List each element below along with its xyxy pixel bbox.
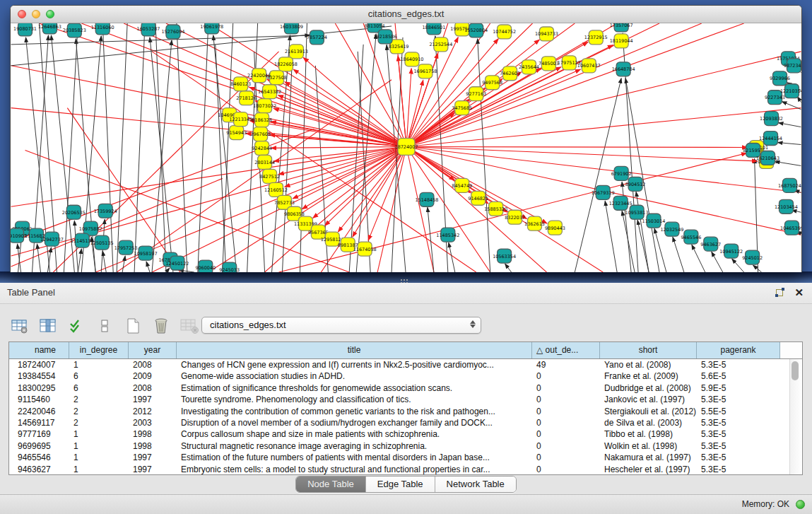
- table-row[interactable]: 946554611997Estimation of the future num…: [9, 452, 802, 463]
- table-cell[interactable]: 5.9E-5: [697, 382, 780, 394]
- table-cell[interactable]: 6: [69, 370, 129, 382]
- table-cell[interactable]: 2012: [129, 406, 177, 417]
- table-scrollbar[interactable]: [789, 359, 801, 475]
- table-cell[interactable]: Nakamura et al. (1997): [600, 452, 697, 463]
- table-row[interactable]: 946362711997Embryonic stem cells: a mode…: [9, 464, 802, 475]
- table-cell[interactable]: 5.3E-5: [697, 394, 780, 405]
- table-cell[interactable]: Hescheler et al. (1997): [600, 464, 697, 475]
- column-header-year[interactable]: year: [129, 342, 177, 358]
- table-cell[interactable]: 0: [532, 452, 600, 463]
- table-cell[interactable]: 9465546: [9, 452, 69, 463]
- table-row[interactable]: 977716911998Corpus callosum shape and si…: [9, 428, 802, 440]
- table-cell[interactable]: 19384554: [9, 370, 69, 382]
- column-header-in-degree[interactable]: in_degree: [69, 342, 129, 358]
- table-cell[interactable]: 5.5E-5: [697, 406, 780, 417]
- table-cell[interactable]: 2: [69, 406, 129, 417]
- table-cell[interactable]: 9699695: [9, 440, 69, 452]
- table-cell[interactable]: 5.3E-5: [697, 428, 780, 440]
- select-columns-icon[interactable]: [38, 316, 58, 336]
- rows-icon[interactable]: [95, 316, 114, 336]
- table-cell[interactable]: 5.3E-5: [697, 464, 780, 475]
- table-options-icon[interactable]: [10, 316, 30, 336]
- table-cell[interactable]: 0: [532, 428, 600, 440]
- table-cell[interactable]: 9463627: [9, 464, 69, 475]
- table-cell[interactable]: Disruption of a novel member of a sodium…: [177, 417, 532, 428]
- table-cell[interactable]: 18724007: [9, 359, 69, 370]
- table-cell[interactable]: 1997: [129, 394, 177, 405]
- table-cell[interactable]: 5.3E-5: [697, 452, 780, 463]
- table-cell[interactable]: 9115460: [9, 394, 69, 405]
- table-cell[interactable]: Jankovic et al. (1997): [600, 394, 697, 405]
- table-cell[interactable]: 0: [532, 370, 600, 382]
- table-row[interactable]: 1830029562008Estimation of significance …: [9, 382, 802, 394]
- table-cell[interactable]: 5.3E-5: [697, 440, 780, 452]
- table-cell[interactable]: 2: [69, 417, 129, 428]
- table-cell[interactable]: Structural magnetic resonance image aver…: [177, 440, 532, 452]
- table-cell[interactable]: 0: [532, 394, 600, 405]
- table-cell[interactable]: 0: [532, 440, 600, 452]
- table-cell[interactable]: 2: [69, 394, 129, 405]
- column-header-title[interactable]: title: [177, 342, 532, 358]
- tab-edge-table[interactable]: Edge Table: [366, 477, 435, 492]
- float-panel-icon[interactable]: [775, 287, 786, 298]
- table-cell[interactable]: Changes of HCN gene expression and I(f) …: [177, 359, 532, 370]
- table-cell[interactable]: Stergiakouli et al. (2012): [600, 406, 697, 417]
- table-cell[interactable]: 1997: [129, 452, 177, 463]
- table-cell[interactable]: 22420046: [9, 406, 69, 417]
- table-cell[interactable]: 2003: [129, 417, 177, 428]
- table-cell[interactable]: Estimation of significance thresholds fo…: [177, 382, 532, 394]
- table-scrollbar-thumb[interactable]: [792, 361, 799, 380]
- table-cell[interactable]: 1998: [129, 428, 177, 440]
- table-cell[interactable]: 2008: [129, 359, 177, 370]
- tab-network-table[interactable]: Network Table: [435, 477, 516, 492]
- table-cell[interactable]: 18300295: [9, 382, 69, 394]
- table-cell[interactable]: Genome-wide association studies in ADHD.: [177, 370, 532, 382]
- table-row[interactable]: 1872400712008Changes of HCN gene express…: [9, 359, 802, 370]
- table-cell[interactable]: Yano et al. (2008): [600, 359, 697, 370]
- table-cell[interactable]: Franke et al. (2009): [600, 370, 697, 382]
- network-canvas[interactable]: 2161391318226058932750816543382180730228…: [11, 23, 801, 272]
- network-window-titlebar[interactable]: citations_edges.txt: [11, 6, 801, 23]
- table-cell[interactable]: 6: [69, 382, 129, 394]
- table-cell[interactable]: 5.6E-5: [697, 370, 780, 382]
- table-cell[interactable]: 14569117: [9, 417, 69, 428]
- table-cell[interactable]: Embryonic stem cells: a model to study s…: [177, 464, 532, 475]
- table-cell[interactable]: 0: [532, 382, 600, 394]
- table-row[interactable]: 911546021997Tourette syndrome. Phenomeno…: [9, 394, 802, 405]
- column-header-pagerank[interactable]: pagerank: [697, 342, 780, 358]
- table-row[interactable]: 1456911722003Disruption of a novel membe…: [9, 417, 802, 428]
- split-pane-handle[interactable]: [400, 279, 408, 283]
- table-cell[interactable]: de Silva et al. (2003): [600, 417, 697, 428]
- table-cell[interactable]: 2009: [129, 370, 177, 382]
- table-cell[interactable]: Estimation of the future numbers of pati…: [177, 452, 532, 463]
- table-cell[interactable]: 5.3E-5: [697, 359, 780, 370]
- column-header-name[interactable]: name: [9, 342, 69, 358]
- network-table-select[interactable]: citations_edges.txt: [201, 317, 481, 334]
- table-cell[interactable]: 1: [69, 428, 129, 440]
- close-panel-icon[interactable]: ✕: [794, 286, 804, 300]
- new-column-icon[interactable]: [123, 316, 143, 336]
- table-cell[interactable]: 2008: [129, 382, 177, 394]
- table-cell[interactable]: 1998: [129, 440, 177, 452]
- table-cell[interactable]: 0: [532, 406, 600, 417]
- table-cell[interactable]: 49: [532, 359, 600, 370]
- table-cell[interactable]: 1997: [129, 464, 177, 475]
- select-all-icon[interactable]: [66, 316, 86, 336]
- table-cell[interactable]: 9777169: [9, 428, 69, 440]
- table-cell[interactable]: 5.3E-5: [697, 417, 780, 428]
- network-view-window[interactable]: citations_edges.txt 21613913182260589327…: [10, 5, 802, 272]
- table-cell[interactable]: Tibbo et al. (1998): [600, 428, 697, 440]
- table-cell[interactable]: 1: [69, 452, 129, 463]
- memory-status-icon[interactable]: [796, 500, 805, 509]
- table-cell[interactable]: Tourette syndrome. Phenomenology and cla…: [177, 394, 532, 405]
- table-cell[interactable]: 1: [69, 440, 129, 452]
- table-cell[interactable]: 0: [532, 464, 600, 475]
- table-cell[interactable]: Investigating the contribution of common…: [177, 406, 532, 417]
- table-cell[interactable]: 1: [69, 359, 129, 370]
- tab-node-table[interactable]: Node Table: [296, 477, 366, 492]
- table-row[interactable]: 2242004622012Investigating the contribut…: [9, 406, 802, 417]
- delete-columns-icon[interactable]: [151, 316, 171, 336]
- table-row[interactable]: 1938455462009Genome-wide association stu…: [9, 370, 802, 382]
- table-cell[interactable]: Wolkin et al. (1998): [600, 440, 697, 452]
- table-cell[interactable]: 0: [532, 417, 600, 428]
